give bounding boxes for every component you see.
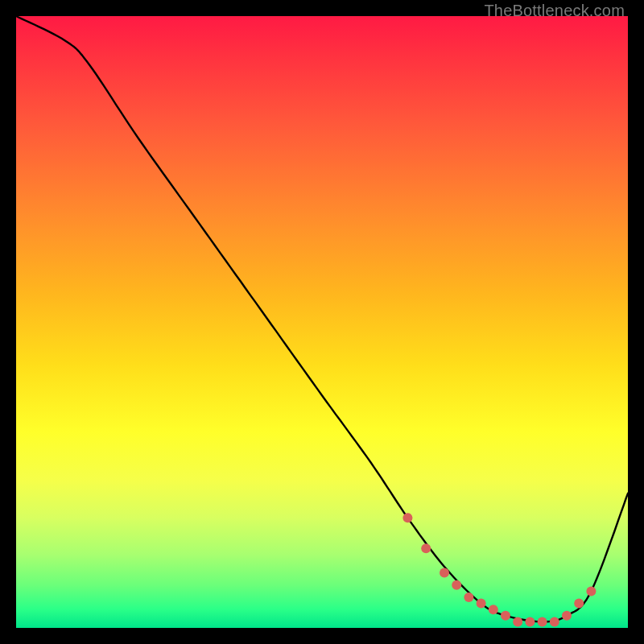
chart-frame: TheBottleneck.com [0, 0, 644, 644]
marker-dot [586, 586, 596, 596]
marker-dot [464, 592, 473, 602]
marker-dot [402, 513, 412, 522]
highlight-markers [402, 513, 596, 626]
chart-svg [16, 16, 628, 628]
marker-dot [513, 617, 522, 626]
marker-dot [440, 568, 449, 578]
marker-dot [525, 617, 535, 626]
marker-dot [501, 611, 510, 621]
marker-dot [562, 611, 572, 621]
marker-dot [421, 543, 431, 553]
marker-dot [574, 599, 584, 609]
marker-dot [477, 599, 486, 609]
curve-line [16, 16, 628, 621]
marker-dot [538, 617, 547, 626]
marker-dot [489, 605, 498, 614]
marker-dot [452, 580, 461, 590]
plot-area [16, 16, 628, 628]
marker-dot [550, 617, 559, 626]
